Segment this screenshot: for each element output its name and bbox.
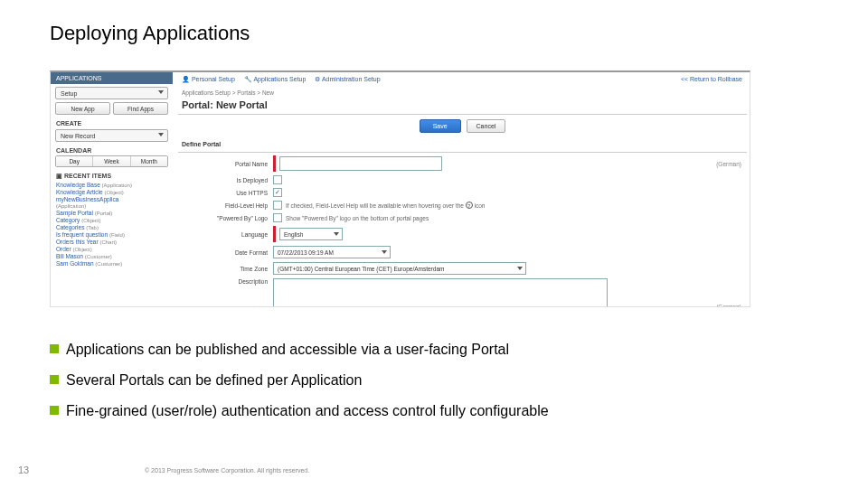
admin-setup-link[interactable]: ⚙ Administration Setup bbox=[315, 76, 380, 83]
personal-setup-link[interactable]: 👤 Personal Setup bbox=[182, 76, 235, 83]
slide: Deploying Applications APPLICATIONS Setu… bbox=[0, 0, 868, 488]
recent-header: ▣ RECENT ITEMS bbox=[56, 173, 167, 180]
bullet-item: Applications can be published and access… bbox=[50, 342, 791, 358]
label-field-help: Field-Level Help bbox=[178, 202, 273, 209]
applications-setup-link[interactable]: 🔧 Applications Setup bbox=[244, 76, 307, 83]
powered-by-checkbox[interactable] bbox=[273, 213, 282, 222]
new-app-button[interactable]: New App bbox=[55, 102, 110, 115]
copyright: © 2013 Progress Software Corporation. Al… bbox=[145, 467, 309, 474]
powered-by-hint: Show "Powered By" logo on the bottom of … bbox=[286, 215, 429, 221]
locale-hint: (German) bbox=[716, 304, 741, 307]
chevron-down-icon bbox=[517, 267, 523, 270]
label-use-https: Use HTTPS bbox=[178, 190, 273, 196]
app-selector[interactable]: Setup bbox=[55, 87, 168, 99]
recent-item[interactable]: Knowledge Base (Application) bbox=[56, 182, 167, 188]
bullet-text: Fine-grained (user/role) authentication … bbox=[66, 403, 549, 419]
bullet-marker-icon bbox=[50, 406, 59, 415]
recent-item[interactable]: Is frequent question (Field) bbox=[56, 231, 167, 238]
recent-item[interactable]: Sample Portal (Portal) bbox=[56, 210, 167, 216]
recent-item[interactable]: Knowledge Article (Object) bbox=[56, 189, 167, 195]
section-header: Define Portal bbox=[182, 141, 221, 147]
field-help-checkbox[interactable] bbox=[273, 201, 282, 210]
app-screenshot: APPLICATIONS Setup New App Find Apps CRE… bbox=[50, 70, 750, 307]
recent-item[interactable]: Orders this Year (Chart) bbox=[56, 239, 167, 245]
divider bbox=[178, 114, 747, 115]
recent-item-type: (Application) bbox=[56, 203, 167, 209]
description-textarea[interactable] bbox=[273, 278, 608, 307]
info-icon: ? bbox=[466, 202, 473, 209]
bullet-text: Several Portals can be defined per Appli… bbox=[66, 372, 362, 389]
bullet-text: Applications can be published and access… bbox=[66, 342, 509, 358]
recent-item[interactable]: Bill Mason (Customer) bbox=[56, 253, 167, 259]
calendar-month[interactable]: Month bbox=[131, 156, 167, 166]
language-select[interactable]: English bbox=[279, 228, 343, 240]
bullet-list: Applications can be published and access… bbox=[50, 342, 791, 434]
chevron-down-icon bbox=[158, 90, 164, 94]
recent-item[interactable]: Sam Goldman (Customer) bbox=[56, 260, 167, 267]
recent-item[interactable]: Category (Object) bbox=[56, 217, 167, 223]
label-description: Description bbox=[178, 278, 273, 285]
chevron-down-icon bbox=[382, 250, 387, 254]
bullet-marker-icon bbox=[50, 344, 59, 353]
calendar-header: CALENDAR bbox=[56, 147, 167, 154]
setup-tabs: 👤 Personal Setup 🔧 Applications Setup ⚙ … bbox=[182, 76, 742, 83]
bullet-marker-icon bbox=[50, 375, 59, 384]
divider bbox=[178, 152, 747, 153]
bullet-item: Several Portals can be defined per Appli… bbox=[50, 372, 791, 389]
create-selector[interactable]: New Record bbox=[55, 129, 168, 142]
label-is-deployed: Is Deployed bbox=[178, 177, 273, 183]
use-https-checkbox[interactable]: ✓ bbox=[273, 188, 282, 197]
label-powered-by: "Powered By" Logo bbox=[178, 215, 273, 221]
time-zone-select[interactable]: (GMT+01:00) Central European Time (CET) … bbox=[273, 262, 526, 275]
page-title: Portal: New Portal bbox=[182, 99, 268, 110]
bullet-item: Fine-grained (user/role) authentication … bbox=[50, 403, 791, 419]
label-date-format: Date Format bbox=[178, 249, 273, 256]
recent-item[interactable]: myNewBusinessApplica bbox=[56, 196, 167, 202]
locale-hint: (German) bbox=[716, 161, 741, 167]
date-format-select[interactable]: 07/22/2013 09:19 AM bbox=[273, 246, 391, 258]
page-number: 13 bbox=[18, 465, 29, 475]
label-portal-name: Portal Name bbox=[178, 161, 273, 167]
breadcrumb: Applications Setup > Portals > New bbox=[182, 89, 274, 96]
calendar-week[interactable]: Week bbox=[93, 156, 130, 166]
sidebar-apps-header: APPLICATIONS bbox=[51, 72, 173, 84]
is-deployed-checkbox[interactable] bbox=[273, 175, 282, 184]
calendar-tabs: Day Week Month bbox=[55, 155, 168, 167]
return-link[interactable]: << Return to Rollbase bbox=[681, 76, 742, 83]
action-row: Save Cancel bbox=[178, 119, 747, 133]
chevron-down-icon bbox=[334, 232, 339, 236]
cancel-button[interactable]: Cancel bbox=[467, 119, 506, 133]
create-header: CREATE bbox=[56, 120, 167, 127]
field-help-hint: If checked, Field-Level Help will be ava… bbox=[286, 202, 485, 209]
save-button[interactable]: Save bbox=[420, 119, 461, 133]
portal-name-input[interactable] bbox=[279, 156, 442, 171]
slide-title: Deploying Applications bbox=[50, 22, 250, 45]
required-indicator bbox=[273, 226, 276, 242]
required-indicator bbox=[273, 155, 276, 172]
label-language: Language bbox=[178, 231, 273, 238]
sidebar: APPLICATIONS Setup New App Find Apps CRE… bbox=[51, 72, 173, 306]
find-apps-button[interactable]: Find Apps bbox=[113, 102, 168, 115]
calendar-day[interactable]: Day bbox=[56, 156, 93, 166]
recent-item[interactable]: Order (Object) bbox=[56, 246, 167, 252]
label-time-zone: Time Zone bbox=[178, 266, 273, 272]
recent-item[interactable]: Categories (Tab) bbox=[56, 224, 167, 230]
form: Portal Name (German) Is Deployed Use HTT… bbox=[178, 155, 747, 307]
chevron-down-icon bbox=[158, 133, 164, 136]
